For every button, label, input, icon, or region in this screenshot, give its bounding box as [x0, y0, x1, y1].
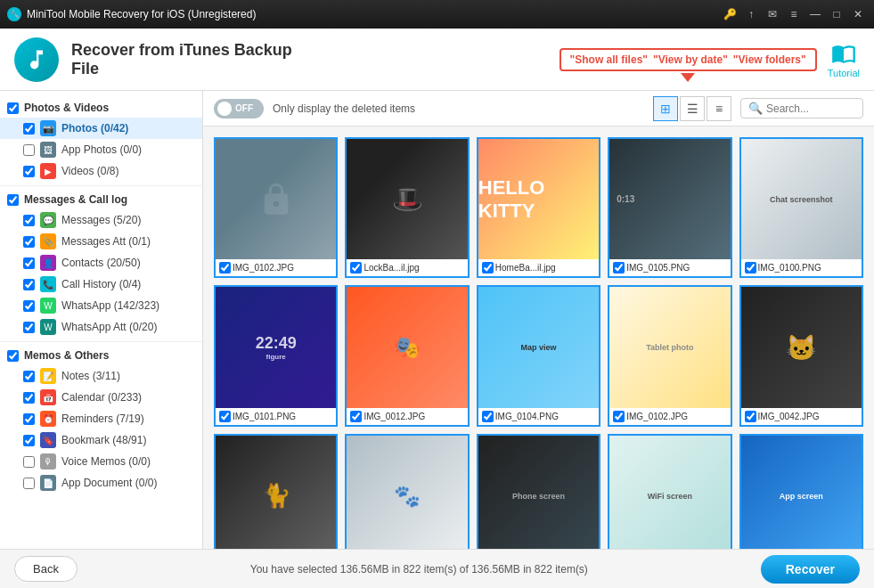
up-btn[interactable]: ↑: [742, 5, 760, 23]
contacts-label: Contacts (20/50): [61, 257, 141, 269]
cat-memos-checkbox[interactable]: [7, 350, 19, 362]
photo-checkbox-5[interactable]: [745, 262, 756, 274]
app-photos-checkbox[interactable]: [23, 144, 35, 156]
sidebar-item-messages-att[interactable]: 📎 Messages Att (0/1): [0, 231, 202, 252]
photo-item-13[interactable]: Phone screen IMG_0045.JPG: [477, 434, 600, 549]
whatsapp-att-checkbox[interactable]: [23, 322, 35, 333]
photo-checkbox-3[interactable]: [482, 262, 494, 274]
key-btn[interactable]: 🔑: [721, 5, 739, 23]
minimize-btn[interactable]: —: [806, 5, 824, 23]
sidebar-item-voice-memos[interactable]: 🎙 Voice Memos (0/0): [0, 451, 202, 472]
photos-checkbox[interactable]: [23, 123, 35, 135]
photo-item-1[interactable]: IMG_0102.JPG: [214, 137, 338, 278]
sidebar-item-contacts[interactable]: 👤 Contacts (20/50): [0, 252, 202, 274]
detail-view-btn[interactable]: ≡: [707, 96, 731, 121]
voice-memos-label: Voice Memos (0/0): [61, 455, 151, 468]
sidebar-item-call-history[interactable]: 📞 Call History (0/4): [0, 274, 202, 295]
category-memos[interactable]: Memos & Others: [0, 346, 202, 365]
photo-item-14[interactable]: WiFi screen IMG_0046.JPG: [608, 434, 731, 549]
header: Recover from iTunes Backup File "Show al…: [0, 29, 874, 91]
search-input[interactable]: [766, 102, 855, 115]
photo-item-15[interactable]: App screen IMG_0047.JPG: [739, 434, 863, 549]
recover-button[interactable]: Recover: [761, 555, 860, 584]
category-messages[interactable]: Messages & Call log: [0, 190, 202, 209]
reminders-checkbox[interactable]: [23, 413, 35, 425]
back-button[interactable]: Back: [14, 556, 78, 582]
photo-item-2[interactable]: 🎩 LockBa...il.jpg: [345, 137, 469, 278]
photo-checkbox-4[interactable]: [613, 262, 625, 274]
grid-view-btn[interactable]: ⊞: [653, 96, 678, 121]
sidebar-item-whatsapp[interactable]: W WhatsApp (142/323): [0, 295, 202, 316]
photo-item-8[interactable]: Map view IMG_0104.PNG: [477, 285, 600, 426]
photo-item-5[interactable]: Chat screenshot IMG_0100.PNG: [739, 137, 863, 278]
photo-checkbox-6[interactable]: [219, 411, 231, 422]
voice-memos-checkbox[interactable]: [23, 456, 35, 468]
restore-btn[interactable]: □: [828, 5, 845, 23]
thumb-14: WiFi screen: [609, 436, 730, 549]
app-icon: 🔧: [7, 7, 21, 21]
toggle-switch[interactable]: OFF: [214, 99, 264, 118]
photo-item-12[interactable]: 🐾 IMG_0044.JPG: [345, 434, 469, 549]
mail-btn[interactable]: ✉: [764, 5, 781, 23]
photo-grid: IMG_0102.JPG 🎩 LockBa...il.jpg HELLO KIT…: [203, 127, 874, 549]
sidebar-item-bookmark[interactable]: 🔖 Bookmark (48/91): [0, 429, 202, 451]
calendar-icon: 📅: [40, 389, 56, 405]
photo-item-3[interactable]: HELLO KITTY HomeBa...il.jpg: [477, 137, 600, 278]
category-photos-videos[interactable]: Photos & Videos: [0, 98, 202, 118]
appdoc-icon: 📄: [40, 475, 56, 491]
call-icon: 📞: [40, 276, 56, 292]
sidebar-item-app-document[interactable]: 📄 App Document (0/0): [0, 472, 202, 494]
menu-btn[interactable]: ≡: [785, 5, 803, 23]
messages-checkbox[interactable]: [23, 215, 35, 226]
sidebar-item-photos[interactable]: 📷 Photos (0/42): [0, 118, 202, 139]
photo-checkbox-7[interactable]: [350, 411, 362, 422]
messages-att-checkbox[interactable]: [23, 236, 35, 248]
photo-item-11[interactable]: 🐈 IMG_0043.JPG: [214, 434, 338, 549]
photo-checkbox-2[interactable]: [350, 262, 362, 274]
reminder-icon: ⏰: [40, 411, 56, 427]
photo-item-10[interactable]: 🐱 IMG_0042.JPG: [739, 285, 863, 426]
close-btn[interactable]: ✕: [849, 5, 867, 23]
list-view-btn[interactable]: ☰: [680, 96, 705, 121]
sidebar-item-reminders[interactable]: ⏰ Reminders (7/19): [0, 408, 202, 429]
contacts-checkbox[interactable]: [23, 257, 35, 269]
thumb-15: App screen: [741, 436, 862, 549]
sidebar-item-app-photos[interactable]: 🖼 App Photos (0/0): [0, 139, 202, 160]
call-history-checkbox[interactable]: [23, 279, 35, 290]
photo-checkbox-1[interactable]: [219, 262, 231, 274]
photo-checkbox-9[interactable]: [613, 411, 625, 422]
photo-checkbox-10[interactable]: [745, 411, 756, 422]
cat-photos-videos-checkbox[interactable]: [7, 102, 19, 114]
status-bar: Back You have selected 136.56MB in 822 i…: [0, 549, 874, 588]
thumb-2: 🎩: [347, 139, 467, 259]
photo-item-9[interactable]: Tablet photo IMG_0102.JPG: [608, 285, 731, 426]
whatsapp-checkbox[interactable]: [23, 300, 35, 312]
sidebar-item-calendar[interactable]: 📅 Calendar (0/233): [0, 387, 202, 408]
whatsapp-att-label: WhatsApp Att (0/20): [61, 321, 157, 333]
calendar-checkbox[interactable]: [23, 392, 35, 404]
sidebar-item-messages[interactable]: 💬 Messages (5/20): [0, 209, 202, 231]
photo-label-8: IMG_0104.PNG: [478, 408, 599, 425]
tutorial-btn[interactable]: Tutorial: [828, 41, 860, 78]
app-document-checkbox[interactable]: [23, 478, 35, 489]
notes-checkbox[interactable]: [23, 371, 35, 382]
photo-label-7: IMG_0012.JPG: [347, 408, 467, 425]
photo-icon: 📷: [40, 120, 56, 136]
cat-messages-checkbox[interactable]: [7, 194, 19, 206]
view-by-date-btn[interactable]: "View by date": [653, 53, 728, 66]
show-all-files-btn[interactable]: "Show all files": [570, 53, 648, 66]
photo-item-4[interactable]: 0:13 IMG_0105.PNG: [608, 137, 731, 278]
view-folders-btn[interactable]: "View folders": [733, 53, 806, 66]
sidebar-item-notes[interactable]: 📝 Notes (3/11): [0, 365, 202, 387]
bookmark-checkbox[interactable]: [23, 435, 35, 446]
notes-icon: 📝: [40, 368, 56, 384]
photo-checkbox-8[interactable]: [482, 411, 494, 422]
photo-item-6[interactable]: 22:49 figure IMG_0101.PNG: [214, 285, 338, 426]
videos-checkbox[interactable]: [23, 166, 35, 177]
sidebar-item-videos[interactable]: ▶ Videos (0/8): [0, 160, 202, 182]
sidebar-item-whatsapp-att[interactable]: W WhatsApp Att (0/20): [0, 316, 202, 338]
status-text: You have selected 136.56MB in 822 item(s…: [250, 563, 588, 576]
app-photos-label: App Photos (0/0): [61, 143, 142, 156]
view-buttons: ⊞ ☰ ≡: [653, 96, 731, 121]
photo-item-7[interactable]: 🎭 IMG_0012.JPG: [345, 285, 469, 426]
